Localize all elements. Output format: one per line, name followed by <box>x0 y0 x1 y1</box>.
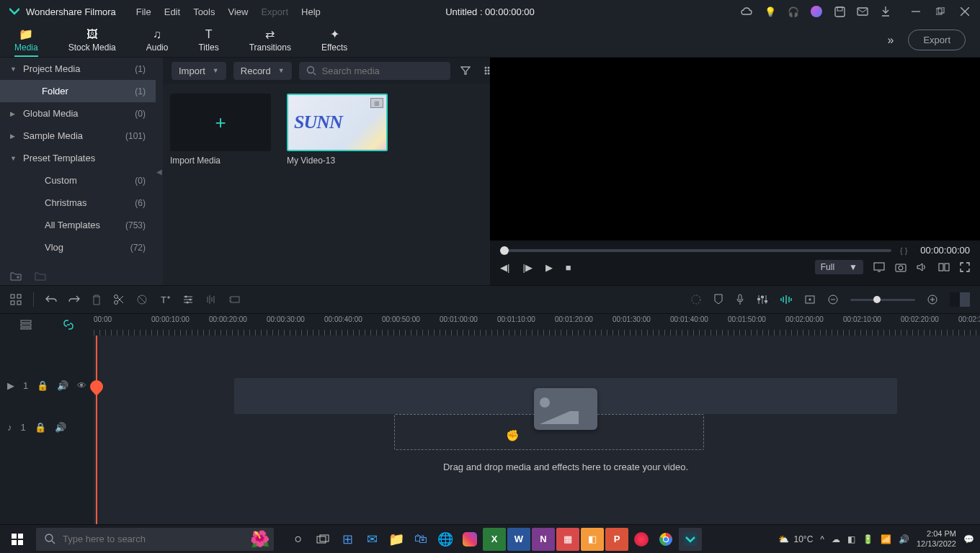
voiceover-icon[interactable] <box>735 294 745 305</box>
stop-button[interactable]: ■ <box>566 262 571 273</box>
drop-zone[interactable]: Drag and drop media and effects here to … <box>202 388 930 503</box>
lock-icon[interactable]: 🔒 <box>35 422 46 433</box>
equalizer-icon[interactable] <box>205 294 217 305</box>
tab-titles[interactable]: TTitles <box>198 28 218 53</box>
menu-edit[interactable]: Edit <box>164 6 180 17</box>
edge-icon[interactable]: 🌐 <box>434 528 457 551</box>
export-button[interactable]: Export <box>908 30 966 50</box>
crop-icon[interactable] <box>136 294 148 305</box>
compare-icon[interactable] <box>938 262 950 272</box>
sidebar-item-christmas[interactable]: Christmas(6) <box>0 192 156 214</box>
sound-icon[interactable]: 🔊 <box>899 534 909 544</box>
onedrive-icon[interactable]: ☁ <box>832 534 840 544</box>
mute-icon[interactable]: 🔊 <box>57 380 68 391</box>
display-icon[interactable] <box>873 262 885 272</box>
battery-icon[interactable]: 🔋 <box>863 534 873 544</box>
taskbar-search-input[interactable] <box>63 534 265 544</box>
tray-app-icon[interactable]: ◧ <box>847 534 855 544</box>
track-manager-icon[interactable] <box>20 320 32 330</box>
onenote-icon[interactable]: N <box>532 528 555 551</box>
instagram-icon[interactable] <box>458 528 481 551</box>
app-icon-3[interactable]: ◧ <box>581 528 604 551</box>
tab-audio[interactable]: ♫Audio <box>146 28 169 53</box>
chrome-icon[interactable] <box>654 528 677 551</box>
lock-icon[interactable]: 🔒 <box>37 380 48 391</box>
opera-icon[interactable] <box>630 528 653 551</box>
tray-expand-icon[interactable]: ^ <box>820 534 824 544</box>
menu-tools[interactable]: Tools <box>193 6 215 17</box>
prev-frame-button[interactable]: ◀| <box>500 262 509 273</box>
video-track-head[interactable]: ▶ 1 🔒 🔊 👁 <box>0 364 94 406</box>
volume-icon[interactable] <box>917 262 928 272</box>
timeline-view-toggle[interactable] <box>950 292 970 307</box>
color-tag-icon[interactable] <box>690 294 702 305</box>
play-button[interactable]: ▶ <box>545 262 553 273</box>
import-media-tile[interactable]: + Import Media <box>170 94 271 166</box>
audio-track-head[interactable]: ♪ 1 🔒 🔊 <box>0 406 94 448</box>
sidebar-item-vlog[interactable]: Vlog(72) <box>0 236 156 258</box>
store-icon[interactable]: 🛍 <box>409 528 432 551</box>
time-ruler[interactable]: 00:0000:00:10:0000:00:20:0000:00:30:0000… <box>94 314 980 336</box>
menu-file[interactable]: File <box>136 6 151 17</box>
download-icon[interactable] <box>879 5 892 18</box>
excel-icon[interactable]: X <box>483 528 506 551</box>
audio-mixer-icon[interactable] <box>757 294 768 305</box>
import-dropdown[interactable]: Import▼ <box>172 62 226 80</box>
cortana-icon[interactable]: ○ <box>287 528 310 551</box>
sidebar-item-global-media[interactable]: ▶Global Media(0) <box>0 102 156 125</box>
marker-icon[interactable] <box>713 294 723 305</box>
task-view-icon[interactable] <box>311 528 334 551</box>
menu-view[interactable]: View <box>228 6 248 17</box>
sidebar-item-all-templates[interactable]: All Templates(753) <box>0 214 156 236</box>
collapse-handle[interactable]: ◀ <box>156 58 163 285</box>
taskbar-search[interactable]: 🌺 <box>36 528 274 551</box>
headset-icon[interactable]: 🎧 <box>787 5 800 18</box>
scrubber-track[interactable] <box>500 249 891 252</box>
zoom-out-icon[interactable] <box>827 294 839 305</box>
split-icon[interactable] <box>113 294 125 305</box>
fullscreen-icon[interactable] <box>960 262 970 272</box>
search-input[interactable] <box>322 66 443 76</box>
marker-brackets[interactable]: { } <box>900 246 907 255</box>
zoom-in-icon[interactable] <box>927 294 938 305</box>
minimize-icon[interactable] <box>909 5 922 18</box>
folder-icon[interactable] <box>35 271 46 281</box>
sidebar-item-custom[interactable]: Custom(0) <box>0 169 156 192</box>
sidebar-item-preset-templates[interactable]: ▼Preset Templates <box>0 147 156 169</box>
redo-icon[interactable] <box>68 295 80 305</box>
app-icon-2[interactable]: ▦ <box>556 528 579 551</box>
close-icon[interactable] <box>958 5 971 18</box>
zoom-slider[interactable] <box>850 299 915 301</box>
new-folder-icon[interactable] <box>10 271 22 281</box>
profile-icon[interactable] <box>810 5 823 18</box>
link-icon[interactable] <box>63 319 74 331</box>
cloud-icon[interactable] <box>741 5 754 18</box>
tab-transitions[interactable]: ⇄Transitions <box>249 27 291 53</box>
delete-icon[interactable] <box>92 294 102 305</box>
text-add-icon[interactable]: T <box>159 294 171 305</box>
lightbulb-icon[interactable]: 💡 <box>764 5 777 18</box>
tab-media[interactable]: 📁Media <box>14 27 38 57</box>
preview-canvas[interactable] <box>490 58 980 240</box>
menu-help[interactable]: Help <box>301 6 321 17</box>
quality-dropdown[interactable]: Full▼ <box>815 260 863 274</box>
filmora-taskbar-icon[interactable] <box>679 528 702 551</box>
sidebar-item-folder[interactable]: Folder(1) <box>0 80 156 102</box>
explorer-icon[interactable]: 📁 <box>385 528 408 551</box>
sidebar-item-project-media[interactable]: ▼Project Media(1) <box>0 58 156 80</box>
add-marker-icon[interactable] <box>804 295 816 305</box>
maximize-icon[interactable] <box>934 5 947 18</box>
word-icon[interactable]: W <box>507 528 530 551</box>
sidebar-item-sample-media[interactable]: ▶Sample Media(101) <box>0 125 156 147</box>
visibility-icon[interactable]: 👁 <box>77 380 86 391</box>
notifications-icon[interactable]: 💬 <box>963 534 974 544</box>
zoom-thumb[interactable] <box>873 296 881 303</box>
tab-more[interactable]: » <box>888 34 894 47</box>
powerpoint-icon[interactable]: P <box>605 528 628 551</box>
mute-icon[interactable]: 🔊 <box>55 422 66 433</box>
search-box[interactable] <box>299 62 450 80</box>
app-icon-1[interactable]: ⊞ <box>336 528 359 551</box>
video-tile[interactable]: SUNN ▦ My Video-13 <box>287 94 388 166</box>
track-area[interactable]: Drag and drop media and effects here to … <box>94 336 980 524</box>
clock[interactable]: 2:04 PM12/13/2022 <box>917 529 956 548</box>
